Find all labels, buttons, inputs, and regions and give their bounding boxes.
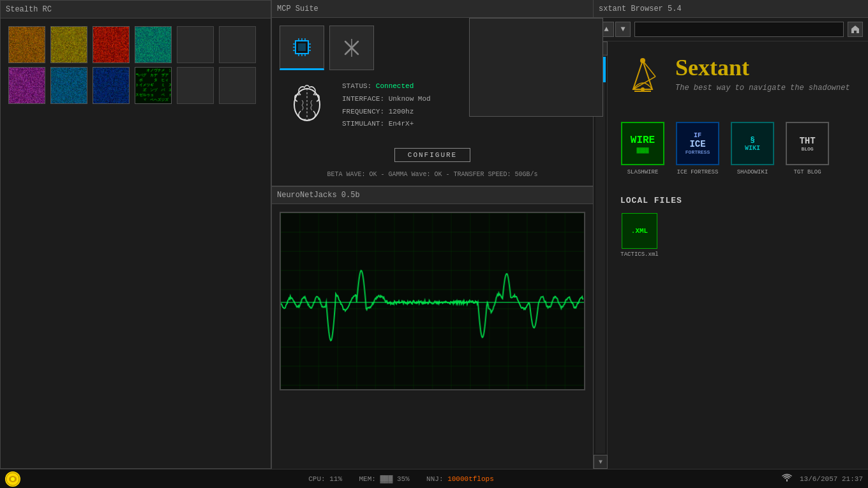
bookmark-icefortress-icon: IF ICE FORTRESS <box>676 122 719 165</box>
mcp-dropdown-inner <box>470 18 602 116</box>
sextant-tagline: The best way to navigate the shadownet <box>675 84 850 92</box>
taskbar-logo-icon[interactable] <box>5 471 20 487</box>
bookmark-slashwire[interactable]: WIRE ▓▓▓▓ SLASHWIRE <box>620 122 665 175</box>
sextant-toolbar: ▲ ▼ <box>594 18 868 41</box>
neuronet-graph: CONNECTION COMPLETED <box>280 212 585 390</box>
mcp-status-info: STATUS: Connected INTERFACE: Unknow Mod … <box>342 80 431 131</box>
neuronet-waveform-canvas <box>281 213 584 390</box>
neuronet-title: NeuroNetJacks 0.5b <box>272 186 593 204</box>
stealth-thumb-3[interactable] <box>93 26 130 63</box>
mcp-configure-btn-area: CONFIGURE <box>272 142 593 171</box>
file-tactics-xml[interactable]: .XML TACTICS.xml <box>620 213 659 258</box>
mcp-wave-status: BETA WAVE: OK - GAMMA Wave: OK - TRANSFE… <box>272 171 593 186</box>
mcp-status-value: Connected <box>376 82 414 90</box>
sextant-bookmarks: WIRE ▓▓▓▓ SLASHWIRE IF ICE FORTRESS <box>608 112 868 186</box>
sextant-home-button[interactable] <box>848 22 863 37</box>
sextant-browser-title: sxtant Browser 5.4 <box>594 0 868 18</box>
stealth-thumb-2[interactable] <box>50 26 87 63</box>
bookmark-tgt[interactable]: THT BLOG TGT BLOG <box>785 122 830 175</box>
stealth-thumb-5[interactable] <box>177 26 214 63</box>
bookmark-slashwire-label: SLASHWIRE <box>627 169 659 175</box>
bookmark-shadowiki-icon: § WIKI <box>731 122 774 165</box>
local-files-list: .XML TACTICS.xml <box>620 213 855 258</box>
taskbar: CPU: 11% MEM: ▓▓▓ 35% NNJ: 10000tflops 1… <box>0 469 868 488</box>
svg-point-21 <box>11 477 15 481</box>
mcp-tab-tools[interactable] <box>329 26 374 70</box>
bookmark-slashwire-icon: WIRE ▓▓▓▓ <box>621 122 664 165</box>
mem-bar: ▓▓▓ <box>380 475 393 483</box>
bookmark-icefortress-label: ICE FORTRESS <box>677 169 719 175</box>
stealth-thumb-10[interactable] <box>135 67 172 104</box>
stealth-rc-title: Stealth RC <box>1 1 271 18</box>
mcp-tab-chip[interactable] <box>280 26 324 70</box>
sextant-logo-icon <box>620 54 665 99</box>
sextant-scroll-box-down[interactable]: ▼ <box>594 455 608 469</box>
stealth-thumb-6[interactable] <box>219 26 256 63</box>
local-files-title: LOCAL FILES <box>620 196 855 205</box>
taskbar-datetime: 13/6/2057 21:37 <box>800 475 863 483</box>
stealth-thumb-7[interactable] <box>8 67 45 104</box>
bookmark-shadowiki-label: SHADOWIKI <box>737 169 768 175</box>
sextant-brand-name: Sextant <box>675 54 850 81</box>
mcp-suite-title: MCP Suite <box>272 0 593 18</box>
svg-point-19 <box>641 87 645 91</box>
stealth-thumb-11[interactable] <box>177 67 214 104</box>
file-tactics-label: TACTICS.xml <box>620 251 658 258</box>
sextant-nav-buttons: ▲ ▼ <box>599 22 631 37</box>
svg-rect-1 <box>298 43 306 51</box>
sextant-browser-panel: sxtant Browser 5.4 ▲ ▼ ▲ ▼ <box>594 0 868 469</box>
neuronet-panel: NeuroNetJacks 0.5b CONNECTION COMPLETED <box>272 186 593 469</box>
stealth-thumb-8[interactable] <box>50 67 87 104</box>
mcp-dropdown-panel[interactable] <box>469 18 603 117</box>
bookmark-shadowiki[interactable]: § WIKI SHADOWIKI <box>730 122 775 175</box>
sextant-logo: Sextant The best way to navigate the sha… <box>620 54 850 99</box>
taskbar-status: CPU: 11% MEM: ▓▓▓ 35% NNJ: 10000tflops <box>31 475 772 483</box>
configure-button[interactable]: CONFIGURE <box>394 148 470 162</box>
bookmark-tgt-icon: THT BLOG <box>786 122 829 165</box>
sextant-brand-area: Sextant The best way to navigate the sha… <box>608 41 868 112</box>
bookmark-tgt-label: TGT BLOG <box>793 169 821 175</box>
file-tactics-icon: .XML <box>622 213 657 249</box>
taskbar-right: 13/6/2057 21:37 <box>782 473 863 484</box>
local-files-section: LOCAL FILES .XML TACTICS.xml <box>608 186 868 268</box>
sextant-url-input[interactable] <box>634 22 844 37</box>
stealth-thumb-4[interactable] <box>135 26 172 63</box>
sextant-brand-text: Sextant The best way to navigate the sha… <box>675 54 850 92</box>
bookmark-icefortress[interactable]: IF ICE FORTRESS ICE FORTRESS <box>675 122 720 175</box>
stealth-rc-panel: Stealth RC <box>0 0 271 469</box>
sextant-scroll-down-btn[interactable]: ▼ <box>615 22 631 37</box>
wifi-icon <box>782 473 792 484</box>
mcp-brain-icon <box>285 80 329 131</box>
stealth-rc-grid <box>1 18 271 112</box>
stealth-thumb-9[interactable] <box>93 67 130 104</box>
sextant-content-area: Sextant The best way to navigate the sha… <box>608 41 868 469</box>
stealth-thumb-12[interactable] <box>219 67 256 104</box>
stealth-thumb-1[interactable] <box>8 26 45 63</box>
